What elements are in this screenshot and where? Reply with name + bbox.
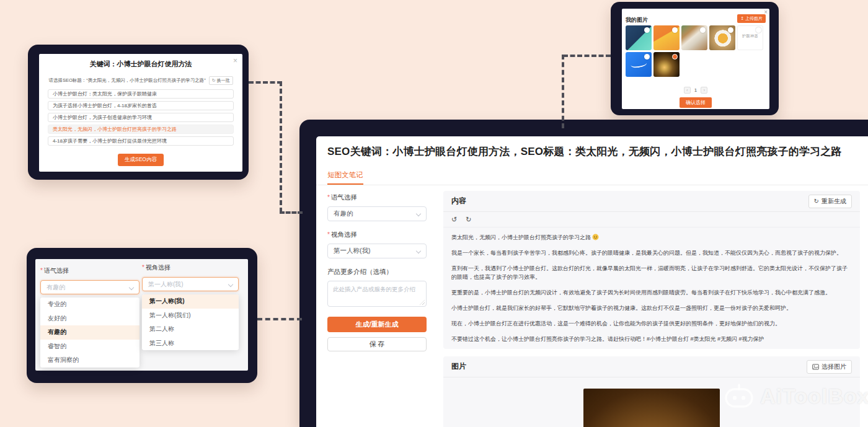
- radio-unselected-icon[interactable]: [644, 54, 650, 59]
- perspective-select-value: 第一人称(我): [148, 280, 184, 289]
- perspective-option[interactable]: 第三人称: [142, 337, 239, 351]
- chevron-down-icon: [416, 249, 421, 253]
- image-thumbnail-white-promo[interactable]: 护眼神器: [737, 25, 763, 50]
- perspective-option[interactable]: 第一人称(我们): [142, 309, 239, 323]
- save-button[interactable]: 保 存: [327, 337, 427, 351]
- seo-title-option[interactable]: 4-18岁孩子需要，小博士护眼台灯提供最佳光照环境: [48, 136, 234, 146]
- seo-title-option[interactable]: 小博士护眼台灯：类太阳光，保护孩子眼睛健康: [48, 89, 234, 99]
- perspective-select[interactable]: 第一人称(我): [142, 277, 239, 291]
- tab-divider: [316, 185, 868, 185]
- keyword-dialog-title: 关键词：小博士护眼台灯使用方法: [39, 59, 242, 69]
- keyword-dialog: 关键词：小博士护眼台灯使用方法 × 请选择SEO标题：“类太阳光，无频闪，小博士…: [39, 54, 242, 172]
- tone-option[interactable]: 富有洞察的: [40, 353, 140, 368]
- tone-option[interactable]: 睿智的: [40, 340, 140, 354]
- confirm-selection-button[interactable]: 确认选择: [680, 97, 712, 108]
- current-page-number[interactable]: 1: [694, 87, 697, 93]
- image-picker-dialog: × 我的图片 ↥ 上传图片 护眼神器: [622, 9, 769, 109]
- upload-image-label: 上传图片: [745, 15, 763, 22]
- tone-field-select[interactable]: 有趣的: [327, 206, 427, 221]
- tone-dropdown-menu: 专业的 友好的 有趣的 睿智的 富有洞察的: [40, 297, 140, 368]
- chevron-down-icon: [228, 282, 233, 287]
- tone-option[interactable]: 专业的: [40, 297, 140, 312]
- close-icon[interactable]: ×: [233, 56, 237, 65]
- watermark-label: AiToolBox: [760, 384, 868, 408]
- image-thumbnail-orange-promo[interactable]: [653, 25, 680, 50]
- regenerate-label: 重新生成: [822, 197, 846, 206]
- redo-icon[interactable]: ↻: [466, 216, 471, 224]
- required-mark: *: [142, 264, 144, 271]
- radio-unselected-icon[interactable]: [700, 27, 706, 33]
- connector-dash: [562, 55, 564, 128]
- content-section-header: 内容 ↻ 重新生成: [443, 191, 860, 212]
- prev-page-button[interactable]: ‹: [684, 87, 691, 94]
- refresh-batch-button[interactable]: ↻ 换一批: [209, 76, 233, 85]
- generated-content-text[interactable]: 类太阳光，无频闪，小博士护眼台灯照亮孩子的学习之路 我是一个家长，每当看到孩子辛…: [443, 227, 860, 352]
- content-paragraph: 现在，小博士护眼台灯正在进行优惠活动，这是一个难得的机会，让你也能为你的孩子提供…: [451, 320, 852, 328]
- seo-title-option-selected[interactable]: 类太阳光，无频闪，小博士护眼台灯照亮孩子的学习之路: [48, 125, 234, 134]
- pagination: ‹ 1 ›: [622, 87, 769, 94]
- connector-dash: [257, 318, 302, 320]
- aitoolbox-watermark: AiToolBox: [724, 383, 868, 409]
- more-intro-textarea[interactable]: 此处插入产品或服务的更多介绍: [327, 281, 427, 307]
- radio-unselected-icon[interactable]: [756, 27, 761, 33]
- perspective-field-select[interactable]: 第一人称(我): [327, 244, 427, 258]
- chevron-down-icon: [416, 211, 421, 216]
- content-section-title: 内容: [451, 196, 466, 206]
- main-editor-frame: SEO关键词：小博士护眼台灯使用方法，SEO标题：类太阳光，无频闪，小博士护眼台…: [299, 120, 868, 427]
- seo-title-option[interactable]: 小博士护眼台灯，为孩子创造健康的学习环境: [48, 113, 234, 122]
- perspective-dropdown-menu: 第一人称(我) 第一人称(我们) 第二人称 第三人称: [142, 294, 239, 350]
- seo-title-prompt-row: 请选择SEO标题：“类太阳光，无频闪，小博士护眼台灯照亮孩子的学习之路” ↻ 换…: [39, 76, 242, 85]
- tone-select[interactable]: 有趣的: [40, 280, 140, 294]
- image-thumbnail-desk-lamp-selected[interactable]: [653, 52, 680, 77]
- perspective-select-group: *视角选择 第一人称(我) 第一人称(我) 第一人称(我们) 第二人称 第三人称: [142, 263, 239, 350]
- perspective-option-selected[interactable]: 第一人称(我): [142, 294, 239, 309]
- generation-form: *语气选择 有趣的 *视角选择 第一人称(我) 产品更多介绍（选填） 此处插入产…: [327, 193, 427, 356]
- image-thumbnail-tea-cup[interactable]: [709, 25, 735, 50]
- image-section-header: 图片 选择图片: [443, 356, 860, 377]
- editor-toolbar: ↺ ↻: [443, 212, 860, 227]
- regenerate-button[interactable]: ↻ 重新生成: [808, 195, 852, 208]
- refresh-icon: ↻: [212, 78, 216, 83]
- thumbnail-caption: 护眼神器: [737, 33, 763, 39]
- perspective-select-label: *视角选择: [142, 263, 239, 272]
- choose-image-button[interactable]: 选择图片: [807, 360, 852, 374]
- connector-dash: [563, 55, 611, 57]
- tone-select-value: 有趣的: [46, 283, 65, 292]
- seo-title-option[interactable]: 为孩子选择小博士护眼台灯，4-18岁家长的首选: [48, 101, 234, 110]
- undo-icon[interactable]: ↺: [451, 216, 457, 224]
- image-thumbnail-grid: 护眼神器: [626, 25, 766, 77]
- radio-unselected-icon[interactable]: [644, 27, 650, 33]
- radio-unselected-icon[interactable]: [672, 27, 678, 33]
- tone-option[interactable]: 友好的: [40, 312, 140, 326]
- refresh-icon: ↻: [814, 198, 819, 205]
- radio-selected-icon[interactable]: [672, 54, 678, 59]
- tone-select-label: *语气选择: [40, 266, 140, 275]
- perspective-option[interactable]: 第二人称: [142, 322, 239, 337]
- image-thumbnail-mint-card[interactable]: [626, 25, 652, 50]
- required-mark: *: [327, 194, 330, 201]
- seo-title-options: 小博士护眼台灯：类太阳光，保护孩子眼睛健康 为孩子选择小博士护眼台灯，4-18岁…: [48, 89, 234, 146]
- tablet-dropdowns: *语气选择 有趣的 专业的 友好的 有趣的 睿智的 富有洞察的 *视角选择: [27, 248, 257, 383]
- content-headline: 类太阳光，无频闪，小博士护眼台灯照亮孩子的学习之路: [451, 234, 852, 242]
- page-canvas: 关键词：小博士护眼台灯使用方法 × 请选择SEO标题：“类太阳光，无频闪，小博士…: [0, 0, 868, 427]
- next-page-button[interactable]: ›: [701, 87, 707, 94]
- upload-icon: ↥: [740, 16, 744, 21]
- image-thumbnail-blue-logo[interactable]: [626, 52, 652, 77]
- image-thumbnail-open-book[interactable]: [681, 25, 707, 50]
- tab-short-note[interactable]: 短图文笔记: [327, 170, 363, 185]
- page-title: SEO关键词：小博士护眼台灯使用方法，SEO标题：类太阳光，无频闪，小博士护眼台…: [327, 144, 858, 159]
- robot-face-icon: [724, 383, 754, 409]
- choose-image-label: 选择图片: [822, 363, 846, 371]
- content-section: 内容 ↻ 重新生成 ↺ ↻ 类太阳光，无频闪，小博士护眼台灯照亮孩子的学习之路 …: [443, 191, 860, 349]
- perspective-field-label: *视角选择: [327, 231, 427, 239]
- generate-button[interactable]: 生成/重新生成: [327, 317, 427, 332]
- radio-unselected-icon[interactable]: [728, 27, 733, 33]
- tone-option-selected[interactable]: 有趣的: [40, 325, 140, 340]
- content-paragraph: 小博士护眼台灯，就是我们家长的好帮手，它默默地守护着孩子的视力健康。这款台灯不仅…: [451, 304, 852, 313]
- content-paragraph: 更重要的是，小博士护眼台灯的无频闪设计，有效地避免了孩子因为长时间使用而感到眼睛…: [451, 289, 852, 297]
- required-mark: *: [40, 267, 43, 274]
- tone-field-label: *语气选择: [327, 193, 427, 202]
- generate-seo-content-button[interactable]: 生成SEO内容: [118, 154, 164, 166]
- upload-image-button[interactable]: ↥ 上传图片: [737, 14, 766, 23]
- tone-field-value: 有趣的: [334, 209, 353, 218]
